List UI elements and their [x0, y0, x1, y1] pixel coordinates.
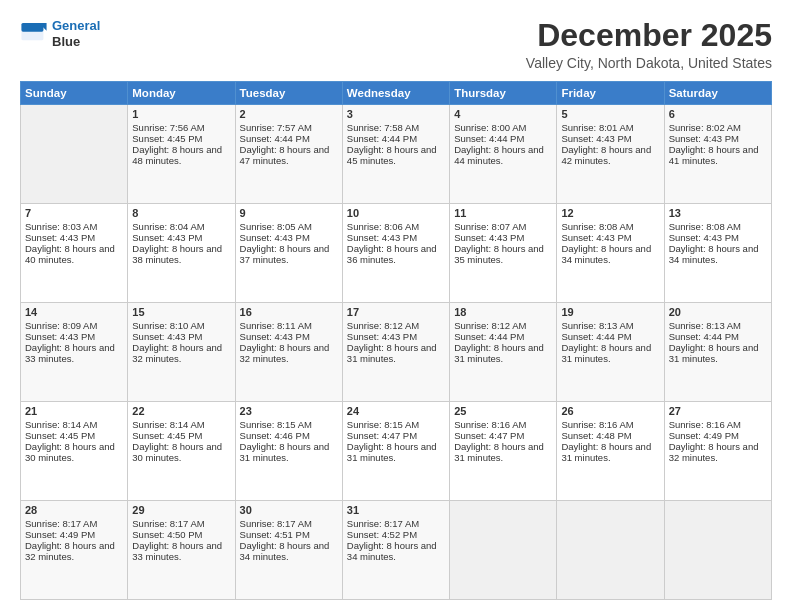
sunrise-text: Sunrise: 8:16 AM: [561, 419, 633, 430]
sunset-text: Sunset: 4:43 PM: [561, 133, 631, 144]
sunset-text: Sunset: 4:44 PM: [561, 331, 631, 342]
sunset-text: Sunset: 4:45 PM: [25, 430, 95, 441]
daylight-text: Daylight: 8 hours and 45 minutes.: [347, 144, 437, 166]
sunrise-text: Sunrise: 8:15 AM: [347, 419, 419, 430]
calendar-cell: 26Sunrise: 8:16 AMSunset: 4:48 PMDayligh…: [557, 402, 664, 501]
calendar-cell: 23Sunrise: 8:15 AMSunset: 4:46 PMDayligh…: [235, 402, 342, 501]
sunrise-text: Sunrise: 8:11 AM: [240, 320, 312, 331]
sunset-text: Sunset: 4:43 PM: [240, 331, 310, 342]
calendar-cell: 18Sunrise: 8:12 AMSunset: 4:44 PMDayligh…: [450, 303, 557, 402]
sunrise-text: Sunrise: 8:01 AM: [561, 122, 633, 133]
sunrise-text: Sunrise: 8:16 AM: [454, 419, 526, 430]
calendar-cell: 15Sunrise: 8:10 AMSunset: 4:43 PMDayligh…: [128, 303, 235, 402]
daylight-text: Daylight: 8 hours and 35 minutes.: [454, 243, 544, 265]
sunset-text: Sunset: 4:43 PM: [454, 232, 524, 243]
day-number: 29: [132, 504, 230, 516]
daylight-text: Daylight: 8 hours and 32 minutes.: [132, 342, 222, 364]
sunrise-text: Sunrise: 7:56 AM: [132, 122, 204, 133]
day-number: 17: [347, 306, 445, 318]
calendar-cell: 7Sunrise: 8:03 AMSunset: 4:43 PMDaylight…: [21, 204, 128, 303]
title-block: December 2025 Valley City, North Dakota,…: [526, 18, 772, 71]
daylight-text: Daylight: 8 hours and 40 minutes.: [25, 243, 115, 265]
daylight-text: Daylight: 8 hours and 36 minutes.: [347, 243, 437, 265]
day-number: 8: [132, 207, 230, 219]
sunset-text: Sunset: 4:46 PM: [240, 430, 310, 441]
sunrise-text: Sunrise: 7:57 AM: [240, 122, 312, 133]
sunset-text: Sunset: 4:45 PM: [132, 133, 202, 144]
calendar-week-row: 28Sunrise: 8:17 AMSunset: 4:49 PMDayligh…: [21, 501, 772, 600]
sunset-text: Sunset: 4:44 PM: [454, 331, 524, 342]
sunrise-text: Sunrise: 8:15 AM: [240, 419, 312, 430]
sunset-text: Sunset: 4:43 PM: [561, 232, 631, 243]
daylight-text: Daylight: 8 hours and 37 minutes.: [240, 243, 330, 265]
daylight-text: Daylight: 8 hours and 31 minutes.: [454, 441, 544, 463]
day-number: 6: [669, 108, 767, 120]
day-number: 21: [25, 405, 123, 417]
sunrise-text: Sunrise: 8:05 AM: [240, 221, 312, 232]
day-number: 23: [240, 405, 338, 417]
sunrise-text: Sunrise: 8:06 AM: [347, 221, 419, 232]
daylight-text: Daylight: 8 hours and 48 minutes.: [132, 144, 222, 166]
sunset-text: Sunset: 4:48 PM: [561, 430, 631, 441]
daylight-text: Daylight: 8 hours and 38 minutes.: [132, 243, 222, 265]
daylight-text: Daylight: 8 hours and 34 minutes.: [347, 540, 437, 562]
calendar-cell: 11Sunrise: 8:07 AMSunset: 4:43 PMDayligh…: [450, 204, 557, 303]
daylight-text: Daylight: 8 hours and 31 minutes.: [669, 342, 759, 364]
day-number: 14: [25, 306, 123, 318]
sunrise-text: Sunrise: 8:17 AM: [132, 518, 204, 529]
day-number: 11: [454, 207, 552, 219]
day-number: 24: [347, 405, 445, 417]
daylight-text: Daylight: 8 hours and 34 minutes.: [669, 243, 759, 265]
daylight-text: Daylight: 8 hours and 31 minutes.: [561, 441, 651, 463]
sunrise-text: Sunrise: 8:04 AM: [132, 221, 204, 232]
sunset-text: Sunset: 4:43 PM: [347, 331, 417, 342]
calendar-cell: 17Sunrise: 8:12 AMSunset: 4:43 PMDayligh…: [342, 303, 449, 402]
calendar-cell: 20Sunrise: 8:13 AMSunset: 4:44 PMDayligh…: [664, 303, 771, 402]
calendar-week-row: 7Sunrise: 8:03 AMSunset: 4:43 PMDaylight…: [21, 204, 772, 303]
day-number: 26: [561, 405, 659, 417]
sunset-text: Sunset: 4:49 PM: [669, 430, 739, 441]
sunset-text: Sunset: 4:47 PM: [347, 430, 417, 441]
sunrise-text: Sunrise: 8:14 AM: [25, 419, 97, 430]
calendar-cell: [557, 501, 664, 600]
sunset-text: Sunset: 4:43 PM: [669, 133, 739, 144]
day-number: 12: [561, 207, 659, 219]
calendar-cell: 16Sunrise: 8:11 AMSunset: 4:43 PMDayligh…: [235, 303, 342, 402]
calendar-week-row: 14Sunrise: 8:09 AMSunset: 4:43 PMDayligh…: [21, 303, 772, 402]
sunrise-text: Sunrise: 8:17 AM: [347, 518, 419, 529]
daylight-text: Daylight: 8 hours and 33 minutes.: [25, 342, 115, 364]
sunrise-text: Sunrise: 8:03 AM: [25, 221, 97, 232]
sunset-text: Sunset: 4:43 PM: [25, 232, 95, 243]
day-number: 27: [669, 405, 767, 417]
sunset-text: Sunset: 4:44 PM: [347, 133, 417, 144]
calendar-cell: 22Sunrise: 8:14 AMSunset: 4:45 PMDayligh…: [128, 402, 235, 501]
daylight-text: Daylight: 8 hours and 30 minutes.: [25, 441, 115, 463]
weekday-header: Wednesday: [342, 82, 449, 105]
page-header: General Blue December 2025 Valley City, …: [20, 18, 772, 71]
sunset-text: Sunset: 4:43 PM: [132, 232, 202, 243]
day-number: 7: [25, 207, 123, 219]
calendar-cell: 14Sunrise: 8:09 AMSunset: 4:43 PMDayligh…: [21, 303, 128, 402]
calendar-cell: 6Sunrise: 8:02 AMSunset: 4:43 PMDaylight…: [664, 105, 771, 204]
sunset-text: Sunset: 4:51 PM: [240, 529, 310, 540]
sunset-text: Sunset: 4:44 PM: [240, 133, 310, 144]
daylight-text: Daylight: 8 hours and 44 minutes.: [454, 144, 544, 166]
daylight-text: Daylight: 8 hours and 31 minutes.: [561, 342, 651, 364]
sunrise-text: Sunrise: 8:12 AM: [347, 320, 419, 331]
sunset-text: Sunset: 4:43 PM: [240, 232, 310, 243]
day-number: 28: [25, 504, 123, 516]
calendar-cell: [450, 501, 557, 600]
weekday-header: Thursday: [450, 82, 557, 105]
day-number: 16: [240, 306, 338, 318]
calendar-cell: 5Sunrise: 8:01 AMSunset: 4:43 PMDaylight…: [557, 105, 664, 204]
logo-text: General Blue: [52, 18, 100, 49]
weekday-header: Monday: [128, 82, 235, 105]
calendar-week-row: 21Sunrise: 8:14 AMSunset: 4:45 PMDayligh…: [21, 402, 772, 501]
calendar-cell: 30Sunrise: 8:17 AMSunset: 4:51 PMDayligh…: [235, 501, 342, 600]
calendar-cell: [21, 105, 128, 204]
day-number: 5: [561, 108, 659, 120]
daylight-text: Daylight: 8 hours and 32 minutes.: [669, 441, 759, 463]
sunset-text: Sunset: 4:43 PM: [669, 232, 739, 243]
sunrise-text: Sunrise: 8:10 AM: [132, 320, 204, 331]
sunset-text: Sunset: 4:43 PM: [25, 331, 95, 342]
